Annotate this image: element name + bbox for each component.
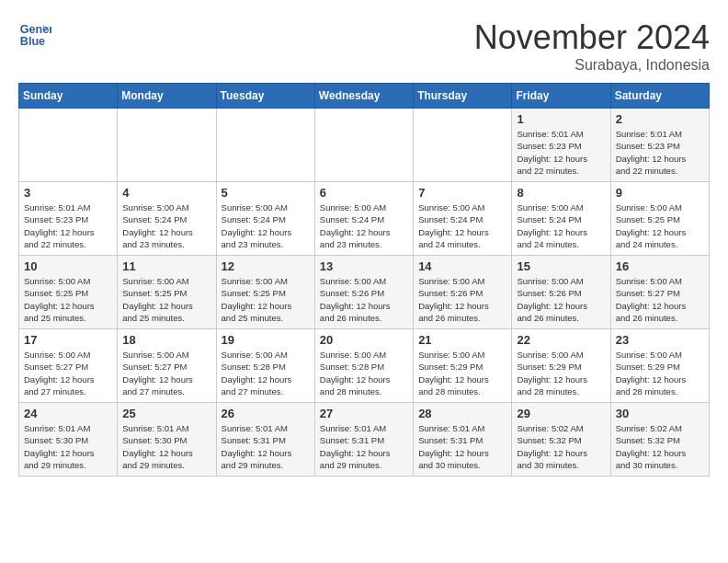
day-number: 5 <box>222 186 310 200</box>
calendar-cell-w3-d1: 18Sunrise: 5:00 AM Sunset: 5:27 PM Dayli… <box>118 329 216 403</box>
day-info: Sunrise: 5:00 AM Sunset: 5:27 PM Dayligh… <box>616 275 704 324</box>
day-number: 21 <box>418 333 506 347</box>
calendar-cell-w0-d4 <box>414 109 512 182</box>
day-number: 1 <box>517 112 605 126</box>
calendar-cell-w1-d5: 8Sunrise: 5:00 AM Sunset: 5:24 PM Daylig… <box>512 182 610 256</box>
day-number: 11 <box>122 259 210 273</box>
calendar-cell-w2-d1: 11Sunrise: 5:00 AM Sunset: 5:25 PM Dayli… <box>118 256 216 329</box>
day-number: 12 <box>222 259 310 273</box>
calendar-cell-w3-d2: 19Sunrise: 5:00 AM Sunset: 5:28 PM Dayli… <box>216 329 314 403</box>
calendar-table: Sunday Monday Tuesday Wednesday Thursday… <box>18 83 710 477</box>
calendar-cell-w4-d5: 29Sunrise: 5:02 AM Sunset: 5:32 PM Dayli… <box>512 403 610 477</box>
day-number: 4 <box>122 186 210 200</box>
day-info: Sunrise: 5:00 AM Sunset: 5:29 PM Dayligh… <box>616 349 704 397</box>
day-number: 24 <box>24 407 112 420</box>
calendar-cell-w4-d1: 25Sunrise: 5:01 AM Sunset: 5:30 PM Dayli… <box>118 403 216 477</box>
day-info: Sunrise: 5:00 AM Sunset: 5:28 PM Dayligh… <box>222 349 310 397</box>
day-number: 6 <box>320 186 408 200</box>
day-info: Sunrise: 5:00 AM Sunset: 5:26 PM Dayligh… <box>320 275 408 324</box>
day-number: 14 <box>418 259 506 273</box>
day-info: Sunrise: 5:00 AM Sunset: 5:28 PM Dayligh… <box>320 349 408 397</box>
calendar-cell-w2-d6: 16Sunrise: 5:00 AM Sunset: 5:27 PM Dayli… <box>610 256 709 329</box>
calendar-cell-w2-d0: 10Sunrise: 5:00 AM Sunset: 5:25 PM Dayli… <box>19 256 118 329</box>
day-info: Sunrise: 5:01 AM Sunset: 5:30 PM Dayligh… <box>122 422 210 471</box>
calendar-cell-w3-d3: 20Sunrise: 5:00 AM Sunset: 5:28 PM Dayli… <box>314 329 413 403</box>
day-info: Sunrise: 5:01 AM Sunset: 5:23 PM Dayligh… <box>517 128 605 177</box>
calendar-cell-w0-d6: 2Sunrise: 5:01 AM Sunset: 5:23 PM Daylig… <box>610 109 709 182</box>
calendar-cell-w4-d3: 27Sunrise: 5:01 AM Sunset: 5:31 PM Dayli… <box>314 403 413 477</box>
day-info: Sunrise: 5:01 AM Sunset: 5:30 PM Dayligh… <box>24 422 112 471</box>
day-info: Sunrise: 5:00 AM Sunset: 5:29 PM Dayligh… <box>517 349 605 397</box>
day-number: 27 <box>320 407 408 420</box>
calendar-cell-w0-d0 <box>19 109 118 182</box>
calendar-header: Sunday Monday Tuesday Wednesday Thursday… <box>19 84 710 109</box>
day-info: Sunrise: 5:00 AM Sunset: 5:24 PM Dayligh… <box>222 201 310 250</box>
day-info: Sunrise: 5:01 AM Sunset: 5:23 PM Dayligh… <box>24 201 112 250</box>
calendar-cell-w0-d3 <box>314 109 413 182</box>
day-info: Sunrise: 5:00 AM Sunset: 5:25 PM Dayligh… <box>24 275 112 324</box>
day-info: Sunrise: 5:01 AM Sunset: 5:31 PM Dayligh… <box>222 422 310 471</box>
calendar-cell-w4-d0: 24Sunrise: 5:01 AM Sunset: 5:30 PM Dayli… <box>19 403 118 477</box>
logo: General Blue <box>18 18 51 52</box>
header-saturday: Saturday <box>610 84 709 109</box>
calendar-cell-w1-d4: 7Sunrise: 5:00 AM Sunset: 5:24 PM Daylig… <box>414 182 512 256</box>
calendar-week-4: 24Sunrise: 5:01 AM Sunset: 5:30 PM Dayli… <box>19 403 710 477</box>
day-info: Sunrise: 5:00 AM Sunset: 5:29 PM Dayligh… <box>418 349 506 397</box>
calendar-week-2: 10Sunrise: 5:00 AM Sunset: 5:25 PM Dayli… <box>19 256 710 329</box>
page-header: General Blue November 2024 Surabaya, Ind… <box>18 18 710 74</box>
day-info: Sunrise: 5:00 AM Sunset: 5:26 PM Dayligh… <box>418 275 506 324</box>
day-number: 19 <box>222 333 310 347</box>
logo-icon: General Blue <box>18 18 51 52</box>
calendar-cell-w2-d5: 15Sunrise: 5:00 AM Sunset: 5:26 PM Dayli… <box>512 256 610 329</box>
calendar-week-1: 3Sunrise: 5:01 AM Sunset: 5:23 PM Daylig… <box>19 182 710 256</box>
header-thursday: Thursday <box>414 84 512 109</box>
day-info: Sunrise: 5:00 AM Sunset: 5:26 PM Dayligh… <box>517 275 605 324</box>
day-info: Sunrise: 5:00 AM Sunset: 5:25 PM Dayligh… <box>122 275 210 324</box>
day-number: 15 <box>517 259 605 273</box>
header-wednesday: Wednesday <box>314 84 413 109</box>
calendar-cell-w0-d5: 1Sunrise: 5:01 AM Sunset: 5:23 PM Daylig… <box>512 109 610 182</box>
day-number: 10 <box>24 259 112 273</box>
day-info: Sunrise: 5:00 AM Sunset: 5:24 PM Dayligh… <box>418 201 506 250</box>
calendar-cell-w2-d4: 14Sunrise: 5:00 AM Sunset: 5:26 PM Dayli… <box>414 256 512 329</box>
day-number: 13 <box>320 259 408 273</box>
month-title: November 2024 <box>474 18 710 57</box>
day-number: 16 <box>616 259 704 273</box>
calendar-cell-w3-d6: 23Sunrise: 5:00 AM Sunset: 5:29 PM Dayli… <box>610 329 709 403</box>
day-number: 9 <box>616 186 704 200</box>
calendar-cell-w1-d3: 6Sunrise: 5:00 AM Sunset: 5:24 PM Daylig… <box>314 182 413 256</box>
svg-text:Blue: Blue <box>20 35 45 48</box>
day-number: 2 <box>616 112 704 126</box>
title-block: November 2024 Surabaya, Indonesia <box>474 18 710 74</box>
calendar-week-0: 1Sunrise: 5:01 AM Sunset: 5:23 PM Daylig… <box>19 109 710 182</box>
calendar-cell-w0-d1 <box>118 109 216 182</box>
day-info: Sunrise: 5:00 AM Sunset: 5:25 PM Dayligh… <box>616 201 704 250</box>
calendar-cell-w4-d4: 28Sunrise: 5:01 AM Sunset: 5:31 PM Dayli… <box>414 403 512 477</box>
calendar-cell-w2-d2: 12Sunrise: 5:00 AM Sunset: 5:25 PM Dayli… <box>216 256 314 329</box>
calendar-cell-w3-d4: 21Sunrise: 5:00 AM Sunset: 5:29 PM Dayli… <box>414 329 512 403</box>
calendar-cell-w0-d2 <box>216 109 314 182</box>
day-info: Sunrise: 5:00 AM Sunset: 5:27 PM Dayligh… <box>122 349 210 397</box>
day-number: 20 <box>320 333 408 347</box>
day-number: 30 <box>616 407 704 420</box>
location: Surabaya, Indonesia <box>474 57 710 74</box>
weekday-header-row: Sunday Monday Tuesday Wednesday Thursday… <box>19 84 710 109</box>
day-number: 17 <box>24 333 112 347</box>
day-info: Sunrise: 5:01 AM Sunset: 5:31 PM Dayligh… <box>320 422 408 471</box>
header-tuesday: Tuesday <box>216 84 314 109</box>
day-info: Sunrise: 5:00 AM Sunset: 5:27 PM Dayligh… <box>24 349 112 397</box>
day-number: 8 <box>517 186 605 200</box>
calendar-week-3: 17Sunrise: 5:00 AM Sunset: 5:27 PM Dayli… <box>19 329 710 403</box>
calendar-cell-w1-d6: 9Sunrise: 5:00 AM Sunset: 5:25 PM Daylig… <box>610 182 709 256</box>
day-info: Sunrise: 5:00 AM Sunset: 5:24 PM Dayligh… <box>517 201 605 250</box>
header-monday: Monday <box>118 84 216 109</box>
calendar-cell-w4-d2: 26Sunrise: 5:01 AM Sunset: 5:31 PM Dayli… <box>216 403 314 477</box>
day-number: 26 <box>222 407 310 420</box>
day-info: Sunrise: 5:00 AM Sunset: 5:24 PM Dayligh… <box>122 201 210 250</box>
day-info: Sunrise: 5:00 AM Sunset: 5:24 PM Dayligh… <box>320 201 408 250</box>
day-number: 7 <box>418 186 506 200</box>
day-info: Sunrise: 5:00 AM Sunset: 5:25 PM Dayligh… <box>222 275 310 324</box>
day-info: Sunrise: 5:02 AM Sunset: 5:32 PM Dayligh… <box>517 422 605 471</box>
calendar-cell-w3-d5: 22Sunrise: 5:00 AM Sunset: 5:29 PM Dayli… <box>512 329 610 403</box>
calendar-cell-w4-d6: 30Sunrise: 5:02 AM Sunset: 5:32 PM Dayli… <box>610 403 709 477</box>
